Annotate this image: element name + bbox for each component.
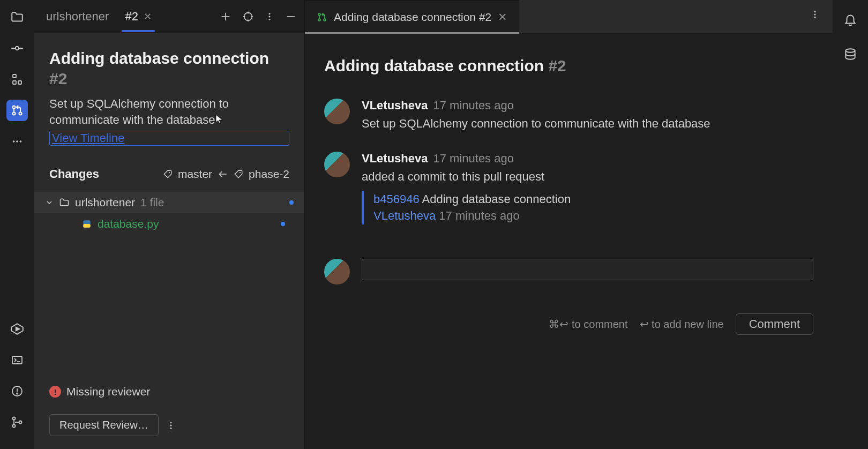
right-rail: [833, 0, 868, 449]
minimize-icon[interactable]: [285, 11, 297, 23]
pr-tab[interactable]: #2 ✕: [117, 8, 159, 26]
commit-message: Adding database connection: [422, 192, 571, 206]
python-file-icon: [81, 219, 92, 229]
svg-rect-5: [18, 81, 21, 84]
folder-name: urlshortener: [75, 196, 135, 209]
comment-button[interactable]: Comment: [736, 313, 813, 335]
warning: ! Missing reviewer: [49, 385, 289, 398]
timeline-text: Set up SQLAlchemy connection to communic…: [362, 116, 813, 132]
svg-point-10: [16, 140, 18, 143]
structure-icon[interactable]: [6, 69, 28, 90]
branch-indicator: master phase-2: [163, 168, 289, 181]
svg-point-9: [13, 140, 15, 143]
svg-point-44: [814, 11, 816, 12]
comment-input[interactable]: [362, 259, 813, 280]
file-row[interactable]: database.py: [49, 213, 289, 235]
svg-point-6: [13, 106, 16, 109]
modified-dot-icon: [289, 200, 294, 205]
commit-author[interactable]: VLetusheva: [373, 209, 436, 222]
svg-point-8: [19, 113, 22, 115]
pr-panel: urlshortener #2 ✕ Adding database connec…: [34, 0, 305, 449]
author: VLetusheva: [362, 152, 428, 166]
timeline-text: added a commit to this pull request: [362, 169, 813, 185]
notifications-icon[interactable]: [840, 9, 861, 30]
tab-label: #2: [125, 10, 138, 24]
editor-tab-title: Adding database connection #2: [334, 11, 491, 24]
editor-tab[interactable]: Adding database connection #2 ✕: [305, 0, 519, 33]
changes-label: Changes: [49, 167, 99, 181]
avatar: [324, 99, 350, 124]
file-name: database.py: [98, 218, 159, 230]
commit-reference: b456946 Adding database connection VLetu…: [362, 191, 813, 225]
svg-point-39: [170, 424, 171, 426]
target-icon[interactable]: [242, 11, 254, 23]
commit-sha[interactable]: b456946: [373, 192, 420, 206]
svg-point-38: [170, 422, 171, 423]
file-count: 1 file: [140, 196, 164, 209]
more-icon[interactable]: [6, 131, 28, 152]
pull-request-icon[interactable]: [6, 100, 28, 121]
svg-rect-14: [12, 356, 22, 364]
git-icon[interactable]: [6, 411, 28, 433]
target-branch: master: [178, 168, 212, 181]
modified-dot-icon: [281, 222, 285, 226]
svg-point-40: [170, 427, 171, 429]
kebab-icon[interactable]: [166, 420, 176, 431]
tag-icon: [163, 169, 173, 179]
avatar: [324, 152, 350, 177]
terminal-icon[interactable]: [6, 349, 28, 371]
svg-point-41: [318, 13, 320, 16]
main-title: Adding database connection #2: [324, 57, 813, 75]
svg-point-42: [318, 19, 320, 21]
svg-point-46: [814, 17, 816, 18]
commit-icon[interactable]: [6, 38, 28, 59]
svg-point-30: [269, 16, 271, 18]
svg-rect-3: [13, 74, 16, 78]
svg-point-21: [19, 421, 22, 424]
hint-comment: ⌘↩ to comment: [549, 318, 627, 331]
svg-point-7: [13, 113, 16, 115]
timeline-item: VLetusheva 17 minutes ago added a commit…: [324, 152, 813, 225]
svg-point-29: [269, 13, 271, 14]
svg-point-20: [13, 425, 16, 428]
timestamp: 17 minutes ago: [433, 152, 514, 166]
commit-time: 17 minutes ago: [439, 209, 519, 222]
folder-icon: [59, 197, 70, 208]
panel-tabs: urlshortener #2 ✕: [34, 0, 304, 33]
folder-row[interactable]: urlshortener 1 file: [34, 192, 304, 213]
pr-number: #2: [49, 70, 67, 87]
svg-point-47: [845, 49, 855, 53]
timeline: VLetusheva 17 minutes ago Set up SQLAlch…: [324, 99, 813, 335]
folder-icon[interactable]: [6, 6, 28, 28]
request-review-button[interactable]: Request Review…: [49, 414, 159, 436]
warning-text: Missing reviewer: [66, 385, 150, 398]
database-icon[interactable]: [840, 44, 861, 65]
svg-point-0: [16, 47, 19, 50]
editor-tabs: Adding database connection #2 ✕: [305, 0, 833, 33]
close-icon[interactable]: ✕: [144, 11, 152, 23]
tag-icon: [234, 169, 243, 179]
svg-point-35: [240, 172, 241, 173]
project-tab[interactable]: urlshortener: [42, 10, 113, 24]
svg-point-19: [13, 417, 16, 420]
svg-rect-37: [83, 224, 90, 228]
editor-area: Adding database connection #2 ✕ Adding d…: [305, 0, 833, 449]
svg-rect-4: [13, 81, 16, 84]
hint-newline: ↩ to add new line: [640, 318, 724, 331]
run-icon[interactable]: [6, 318, 28, 340]
add-icon[interactable]: [220, 11, 231, 23]
svg-point-33: [169, 172, 170, 173]
changes-tree: urlshortener 1 file database.py: [49, 192, 289, 235]
comment-composer: [324, 259, 813, 285]
kebab-icon[interactable]: [810, 9, 820, 20]
pr-title: Adding database connection #2: [49, 48, 289, 88]
source-branch: phase-2: [249, 168, 289, 181]
view-timeline-link[interactable]: View Timeline: [49, 131, 289, 146]
kebab-icon[interactable]: [265, 11, 274, 23]
arrow-left-icon: [218, 169, 228, 179]
pr-number: #2: [548, 57, 566, 74]
svg-point-18: [17, 393, 18, 394]
problems-icon[interactable]: [6, 380, 28, 402]
close-icon[interactable]: ✕: [498, 11, 507, 24]
activity-bar: [0, 0, 34, 449]
